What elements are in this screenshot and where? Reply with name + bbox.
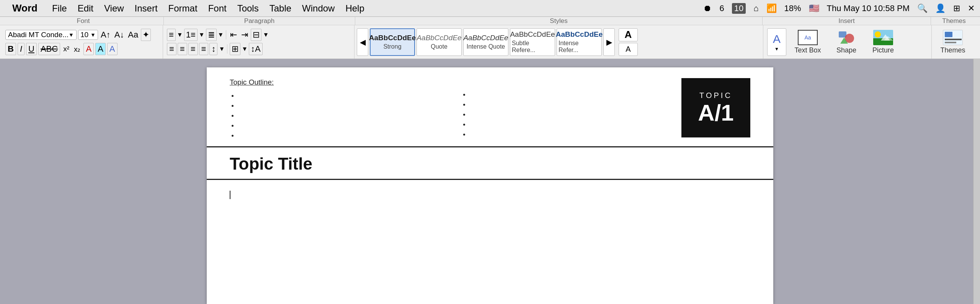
multilevel-btn[interactable]: ≣ bbox=[206, 29, 217, 41]
numbered-dropdown[interactable]: ▼ bbox=[199, 31, 205, 38]
increase-indent-btn[interactable]: ⇥ bbox=[240, 29, 250, 41]
menu-table[interactable]: Table bbox=[264, 2, 297, 15]
numbered-list-btn[interactable]: 1≡ bbox=[184, 29, 198, 41]
picture-insert-btn[interactable]: Picture bbox=[866, 28, 900, 56]
menu-view[interactable]: View bbox=[99, 2, 129, 15]
textbox-insert-btn[interactable]: Aa Text Box bbox=[789, 28, 827, 56]
menu-bar: Word File Edit View Insert Format Font T… bbox=[0, 0, 980, 17]
toolbar-section-labels: Font Paragraph Styles Insert Themes bbox=[0, 17, 980, 25]
italic-btn[interactable]: I bbox=[18, 43, 24, 55]
font-size-up-btn[interactable]: A↑ bbox=[100, 29, 112, 41]
outline-col2 bbox=[461, 78, 674, 140]
status-icon-record: ⏺ bbox=[703, 3, 712, 13]
menu-tools[interactable]: Tools bbox=[232, 2, 264, 15]
menu-help[interactable]: Help bbox=[340, 2, 369, 15]
document-area[interactable]: Topic Outline: bbox=[0, 59, 980, 304]
font-case-btn[interactable]: Aa bbox=[127, 29, 139, 41]
text-cursor bbox=[230, 191, 230, 199]
multilevel-dropdown[interactable]: ▼ bbox=[218, 31, 224, 38]
menu-file[interactable]: File bbox=[47, 2, 72, 15]
style-intense-ref-label: Intense Refer... bbox=[559, 40, 600, 54]
styles-nav-right[interactable]: ▶ bbox=[603, 28, 615, 56]
superscript-btn[interactable]: x² bbox=[62, 44, 71, 54]
font-size-down-btn[interactable]: A↓ bbox=[113, 29, 126, 41]
windows-icon[interactable]: ⊞ bbox=[953, 3, 960, 13]
style-intense-ref[interactable]: AaBbCcDdEe Intense Refer... bbox=[557, 28, 602, 56]
style-strong[interactable]: AaBbCcDdEe Strong bbox=[370, 28, 415, 56]
app-name[interactable]: Word bbox=[12, 2, 38, 14]
toolbar-main: Abadi MT Conde... ▼ 10 ▼ A↑ A↓ Aa ✦ B I … bbox=[0, 25, 980, 59]
bullet-1-3 bbox=[238, 110, 442, 120]
border-dropdown[interactable]: ▼ bbox=[263, 31, 269, 38]
page-header: Topic Outline: bbox=[207, 67, 773, 147]
align-center-btn[interactable]: ≡ bbox=[178, 43, 187, 55]
increase-text-size-btn[interactable]: A bbox=[619, 28, 638, 41]
bullet-2-4 bbox=[470, 119, 674, 129]
strikethrough-btn[interactable]: ABC bbox=[38, 43, 60, 55]
style-subtle-ref[interactable]: AaBbCcDdEe Subtle Refere... bbox=[510, 28, 555, 56]
font-name-selector[interactable]: Abadi MT Conde... ▼ bbox=[5, 30, 77, 40]
highlight-btn[interactable]: A bbox=[95, 43, 106, 55]
line-spacing-dropdown[interactable]: ▼ bbox=[219, 46, 225, 52]
shape-insert-btn[interactable]: Shape bbox=[829, 28, 864, 56]
font-size-selector[interactable]: 10 ▼ bbox=[78, 30, 98, 40]
close-icon[interactable]: ✕ bbox=[968, 3, 975, 13]
menu-font[interactable]: Font bbox=[203, 2, 232, 15]
columns-btn[interactable]: ⊞ bbox=[230, 43, 240, 55]
shape-label: Shape bbox=[836, 46, 856, 54]
menu-insert[interactable]: Insert bbox=[129, 2, 163, 15]
search-icon[interactable]: 🔍 bbox=[917, 3, 928, 13]
style-intense-quote-preview: AaBbCcDdEe bbox=[463, 34, 508, 42]
align-left-btn[interactable]: ≡ bbox=[167, 43, 176, 55]
line-spacing-btn[interactable]: ↕ bbox=[209, 43, 217, 55]
style-quote[interactable]: AaBbCcDdEe Quote bbox=[416, 28, 462, 56]
menu-window[interactable]: Window bbox=[297, 2, 340, 15]
paragraph-section: ≡ ▼ 1≡ ▼ ≣ ▼ ⇤ ⇥ ⊟ ▼ ≡ ≡ ≡ ≡ ↕ ▼ ⊞ ▼ ↕A bbox=[163, 25, 354, 59]
page-title-section: Topic Title bbox=[207, 147, 773, 180]
bullet-2-1 bbox=[470, 89, 674, 99]
bluetooth-icon: ⌂ bbox=[753, 3, 758, 13]
style-strong-preview: AaBbCcDdEe bbox=[369, 34, 416, 42]
page-title: Topic Title bbox=[230, 154, 750, 173]
scrollbar[interactable] bbox=[973, 59, 980, 304]
sort-btn[interactable]: ↕A bbox=[249, 43, 263, 55]
menu-format[interactable]: Format bbox=[163, 2, 203, 15]
style-intense-quote-label: Intense Quote bbox=[467, 43, 505, 50]
style-intense-ref-preview: AaBbCcDdEe bbox=[556, 30, 603, 39]
bullets-dropdown[interactable]: ▼ bbox=[177, 31, 183, 38]
user-icon[interactable]: 👤 bbox=[935, 3, 946, 13]
font-color-btn[interactable]: A bbox=[83, 43, 94, 55]
outline-col1: Topic Outline: bbox=[230, 78, 442, 140]
bold-btn[interactable]: B bbox=[5, 43, 16, 55]
page: Topic Outline: bbox=[207, 67, 773, 304]
status-icon-10: 10 bbox=[732, 3, 746, 14]
battery-status: 18% bbox=[784, 3, 801, 13]
menu-edit[interactable]: Edit bbox=[72, 2, 99, 15]
decrease-indent-btn[interactable]: ⇤ bbox=[229, 29, 238, 41]
subscript-btn[interactable]: x₂ bbox=[72, 44, 82, 54]
themes-section: Themes bbox=[932, 25, 978, 59]
outline-bullets-col1 bbox=[230, 90, 442, 140]
style-strong-label: Strong bbox=[383, 43, 401, 50]
justify-btn[interactable]: ≡ bbox=[199, 43, 209, 55]
align-right-btn[interactable]: ≡ bbox=[188, 43, 198, 55]
content-area[interactable] bbox=[207, 180, 773, 304]
bullet-2-3 bbox=[470, 109, 674, 119]
underline-btn[interactable]: U bbox=[26, 43, 37, 55]
border-btn[interactable]: ⊟ bbox=[251, 29, 261, 41]
topic-box: TOPIC A/1 bbox=[681, 78, 750, 137]
clear-format-btn[interactable]: ✦ bbox=[141, 29, 151, 41]
bullets-btn[interactable]: ≡ bbox=[167, 29, 176, 41]
svg-rect-10 bbox=[945, 39, 962, 40]
font-section-label: Font bbox=[3, 17, 164, 25]
style-intense-quote[interactable]: AaBbCcDdEe Intense Quote bbox=[463, 28, 508, 56]
text-effects-btn[interactable]: A bbox=[107, 43, 118, 55]
decrease-text-size-btn[interactable]: A bbox=[619, 43, 638, 56]
document-insert-btn[interactable]: A ▼ bbox=[767, 28, 786, 56]
bullet-1-4 bbox=[238, 120, 442, 130]
bullet-1-2 bbox=[238, 100, 442, 110]
columns-dropdown[interactable]: ▼ bbox=[242, 46, 248, 52]
themes-btn[interactable]: Themes bbox=[936, 28, 970, 56]
styles-nav-left[interactable]: ◀ bbox=[357, 28, 368, 56]
themes-section-label: Themes bbox=[931, 17, 977, 25]
